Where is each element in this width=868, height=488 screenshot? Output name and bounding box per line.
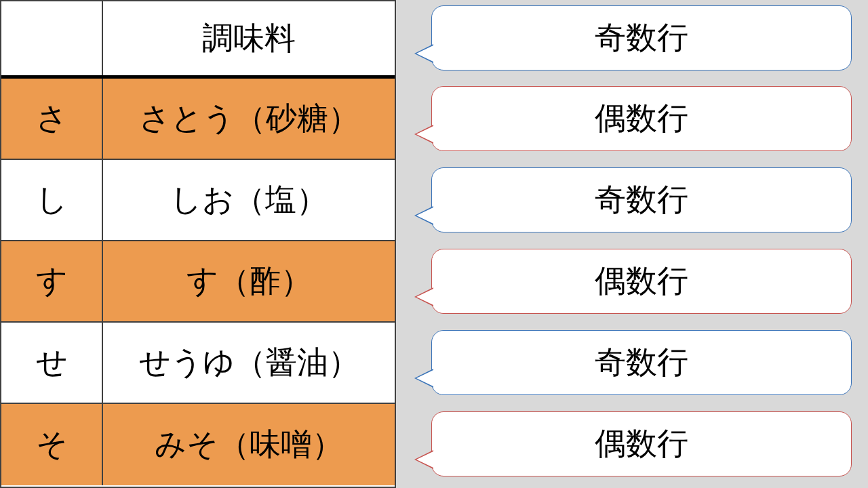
row4-col2: せうゆ（醤油） xyxy=(103,323,395,403)
seasoning-table: 調味料 さ さとう（砂糖） し しお（塩） す す（酢） せ せうゆ（醤油） そ… xyxy=(0,0,396,488)
row1-col2: さとう（砂糖） xyxy=(103,79,395,159)
table-row: さ さとう（砂糖） xyxy=(1,79,395,160)
row2-col2: しお（塩） xyxy=(103,160,395,240)
callout-row1: 奇数行 xyxy=(431,5,852,70)
row1-col1: さ xyxy=(1,79,103,159)
callout-label: 偶数行 xyxy=(595,98,688,140)
callout-tail-icon xyxy=(414,450,433,469)
callout-tail-icon xyxy=(414,206,433,225)
callout-label: 奇数行 xyxy=(595,179,688,221)
diagram-stage: 調味料 さ さとう（砂糖） し しお（塩） す す（酢） せ せうゆ（醤油） そ… xyxy=(0,0,868,488)
callout-row5: 奇数行 xyxy=(431,330,852,395)
callout-tail-icon xyxy=(414,287,433,306)
callout-row4: 偶数行 xyxy=(431,249,852,314)
callout-label: 奇数行 xyxy=(595,17,688,59)
callout-label: 奇数行 xyxy=(595,342,688,384)
callout-row6: 偶数行 xyxy=(431,411,852,476)
callout-row3: 奇数行 xyxy=(431,167,852,232)
row5-col2: みそ（味噌） xyxy=(103,404,395,485)
row3-col2: す（酢） xyxy=(103,241,395,321)
header-cell-2: 調味料 xyxy=(103,1,395,75)
table-row: し しお（塩） xyxy=(1,160,395,241)
table-row: す す（酢） xyxy=(1,241,395,323)
table-header-row: 調味料 xyxy=(1,1,395,79)
row4-col1: せ xyxy=(1,323,103,403)
callout-tail-icon xyxy=(414,125,433,144)
callout-label: 偶数行 xyxy=(595,423,688,465)
row2-col1: し xyxy=(1,160,103,240)
row3-col1: す xyxy=(1,241,103,321)
callout-tail-icon xyxy=(414,44,433,63)
table-row: そ みそ（味噌） xyxy=(1,404,395,485)
callout-label: 偶数行 xyxy=(595,260,688,302)
callout-tail-icon xyxy=(414,369,433,388)
table-row: せ せうゆ（醤油） xyxy=(1,323,395,404)
row5-col1: そ xyxy=(1,404,103,485)
callout-row2: 偶数行 xyxy=(431,86,852,151)
header-cell-1 xyxy=(1,1,103,75)
